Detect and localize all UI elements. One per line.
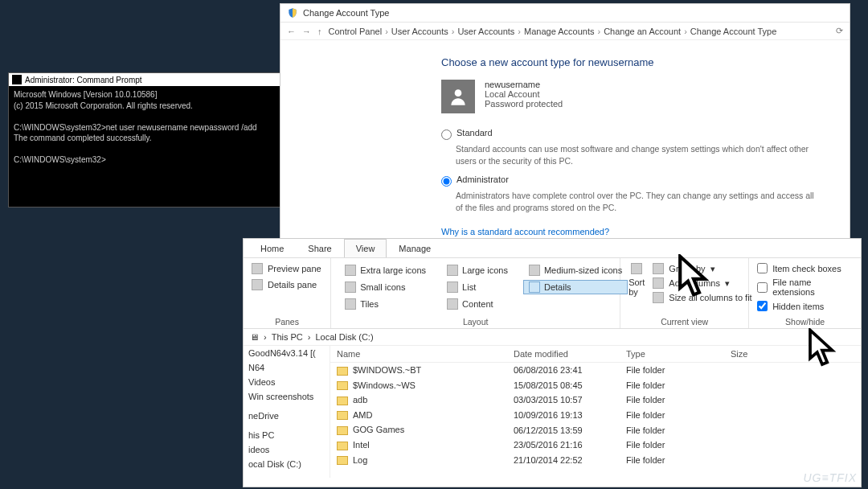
folder-icon — [337, 367, 348, 376]
file-list[interactable]: Name Date modified Type Size $WINDOWS.~B… — [330, 346, 861, 478]
add-columns-button[interactable]: Add columns▾ — [653, 277, 751, 289]
cmd-title-text: Administrator: Command Prompt — [25, 76, 142, 84]
side-panel[interactable]: GoodN64v3.14 [( N64 Videos Win screensho… — [244, 346, 330, 478]
recommended-link[interactable]: Why is a standard account recommended? — [441, 227, 609, 236]
size-columns-button[interactable]: Size all columns to fit — [653, 292, 751, 303]
up-button[interactable]: ↑ — [317, 27, 322, 36]
cmd-title-bar[interactable]: Administrator: Command Prompt — [9, 73, 285, 86]
watermark: UG≡TFIX — [803, 471, 857, 484]
cmd-body[interactable]: Microsoft Windows [Version 10.0.10586] (… — [9, 86, 285, 207]
group-by-button[interactable]: Group by▾ — [653, 263, 751, 274]
layout-medium[interactable]: Medium-sized icons — [523, 263, 628, 277]
preview-pane-button[interactable]: Preview pane — [252, 263, 322, 274]
acct-address-bar: ← → ↑ Control Panel› User Accounts› User… — [280, 23, 850, 40]
layout-list[interactable]: List — [441, 280, 514, 294]
folder-icon — [337, 381, 348, 390]
checkbox-hidden-items[interactable]: Hidden items — [757, 301, 853, 311]
account-sub1: Local Account — [485, 89, 563, 99]
table-row[interactable]: $WINDOWS.~BT06/08/2016 23:41File folder — [330, 363, 861, 378]
ribbon: Preview pane Details pane Panes Extra la… — [244, 258, 861, 329]
acct-heading: Choose a new account type for newusernam… — [441, 56, 817, 68]
label-standard: Standard — [457, 128, 493, 138]
account-sub2: Password protected — [485, 99, 563, 109]
user-block: newusername Local Account Password prote… — [441, 80, 817, 113]
acct-title-bar[interactable]: Change Account Type — [280, 4, 850, 23]
acct-body: Choose a new account type for newusernam… — [280, 40, 850, 244]
layout-extra-large[interactable]: Extra large icons — [339, 263, 432, 277]
file-list-header[interactable]: Name Date modified Type Size — [330, 346, 861, 363]
tab-view[interactable]: View — [344, 239, 387, 257]
svg-point-0 — [455, 89, 462, 97]
folder-icon — [337, 456, 348, 465]
checkbox-file-extensions[interactable]: File name extensions — [757, 277, 853, 297]
sort-by-icon — [631, 263, 642, 274]
layout-details[interactable]: Details — [523, 280, 628, 294]
shield-icon — [287, 7, 298, 18]
command-prompt-window: Administrator: Command Prompt Microsoft … — [8, 72, 285, 208]
explorer-address-bar[interactable]: 🖥 › This PC › Local Disk (C:) — [244, 329, 861, 346]
layout-small[interactable]: Small icons — [339, 280, 432, 294]
radio-standard[interactable] — [441, 129, 452, 140]
radio-administrator[interactable] — [441, 176, 452, 187]
file-explorer-window: Home Share View Manage Preview pane Deta… — [243, 238, 862, 487]
checkbox-item-checkboxes[interactable]: Item check boxes — [757, 263, 853, 273]
acct-title-text: Change Account Type — [303, 8, 389, 18]
refresh-button[interactable]: ⟳ — [836, 26, 843, 36]
layout-tiles[interactable]: Tiles — [339, 297, 432, 311]
label-administrator: Administrator — [457, 175, 509, 184]
table-row[interactable]: GOG Games06/12/2015 13:59File folder — [330, 422, 861, 438]
table-row[interactable]: adb03/03/2015 10:57File folder — [330, 392, 861, 408]
folder-icon — [337, 426, 348, 435]
layout-content[interactable]: Content — [441, 297, 514, 311]
details-pane-button[interactable]: Details pane — [252, 279, 322, 290]
table-row[interactable]: $Windows.~WS15/08/2015 08:45File folder — [330, 378, 861, 393]
desc-administrator: Administrators have complete control ove… — [456, 190, 817, 213]
tab-manage[interactable]: Manage — [387, 239, 443, 257]
table-row[interactable]: Intel23/05/2016 21:16File folder — [330, 438, 861, 453]
table-row[interactable]: AMD10/09/2016 19:13File folder — [330, 408, 861, 423]
username: newusername — [485, 80, 563, 89]
avatar — [441, 80, 475, 113]
folder-icon — [337, 442, 348, 450]
forward-button[interactable]: → — [302, 27, 311, 36]
tab-home[interactable]: Home — [248, 239, 296, 257]
folder-icon — [337, 411, 348, 420]
desc-standard: Standard accounts can use most software … — [456, 143, 817, 166]
breadcrumb[interactable]: Control Panel› User Accounts› User Accou… — [329, 27, 830, 36]
sort-by-button[interactable]: Sort by — [628, 277, 645, 297]
table-row[interactable]: Log21/10/2014 22:52File folder — [330, 453, 861, 468]
layout-large[interactable]: Large icons — [441, 263, 514, 277]
back-button[interactable]: ← — [287, 27, 296, 36]
cmd-icon — [12, 75, 22, 84]
pc-icon: 🖥 — [250, 332, 259, 342]
change-account-type-window: Change Account Type ← → ↑ Control Panel›… — [280, 3, 850, 269]
tab-share[interactable]: Share — [296, 239, 343, 257]
ribbon-tabs: Home Share View Manage — [244, 239, 861, 258]
folder-icon — [337, 397, 348, 405]
